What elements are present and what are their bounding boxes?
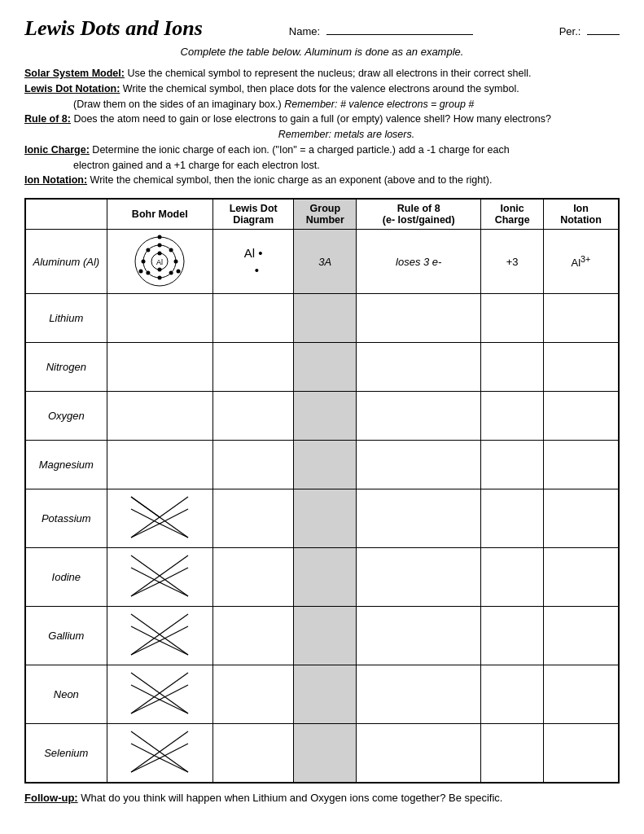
svg-line-39 — [160, 626, 188, 641]
notation-selenium — [544, 724, 619, 783]
col-header-ionic: IonicCharge — [481, 200, 544, 230]
lewis-gallium — [212, 607, 294, 665]
ionic-aluminum: +3 — [481, 230, 544, 294]
svg-line-57 — [160, 758, 188, 772]
per-field: Per.: — [559, 25, 620, 37]
svg-line-31 — [160, 568, 188, 582]
ionic-neon — [481, 665, 544, 724]
svg-line-38 — [131, 626, 160, 641]
svg-line-45 — [160, 693, 188, 713]
svg-point-7 — [158, 276, 162, 280]
lewis-magnesium — [212, 441, 294, 489]
svg-line-55 — [160, 744, 188, 758]
table-row: Selenium — [26, 724, 619, 783]
svg-line-24 — [131, 524, 160, 538]
svg-line-23 — [160, 509, 188, 524]
svg-line-52 — [131, 752, 160, 772]
element-iodine: Iodine — [26, 548, 107, 607]
instruction-notation: Ion Notation: Write the chemical symbol,… — [24, 173, 620, 188]
svg-line-22 — [131, 509, 160, 524]
svg-point-6 — [158, 244, 162, 248]
main-table: Bohr Model Lewis DotDiagram GroupNumber … — [24, 198, 620, 784]
bohr-nitrogen — [107, 343, 212, 392]
table-row: Magnesium — [26, 441, 619, 489]
lewis-oxygen — [212, 392, 294, 441]
svg-line-44 — [131, 693, 160, 713]
rule-iodine — [357, 548, 481, 607]
svg-line-19 — [131, 517, 160, 538]
bohr-oxygen — [107, 392, 212, 441]
lewis-iodine — [212, 548, 294, 607]
group-magnesium — [294, 441, 357, 489]
element-magnesium: Magnesium — [26, 441, 107, 489]
ionic-potassium — [481, 489, 544, 548]
svg-line-43 — [160, 673, 188, 693]
group-potassium — [294, 489, 357, 548]
col-header-notation: IonNotation — [544, 200, 619, 230]
rule-oxygen — [357, 392, 481, 441]
svg-point-11 — [147, 248, 151, 252]
svg-point-13 — [169, 271, 173, 275]
svg-line-25 — [160, 524, 188, 538]
svg-line-35 — [160, 614, 188, 634]
element-neon: Neon — [26, 665, 107, 724]
lewis-lithium — [212, 294, 294, 343]
element-gallium: Gallium — [26, 607, 107, 665]
svg-line-34 — [131, 614, 160, 634]
notation-potassium — [544, 489, 619, 548]
element-potassium: Potassium — [26, 489, 107, 548]
bohr-iodine — [107, 548, 212, 607]
rule-selenium — [357, 724, 481, 783]
instruction-rule8: Rule of 8: Does the atom need to gain or… — [24, 112, 620, 143]
rule-nitrogen — [357, 343, 481, 392]
col-header-element — [26, 200, 107, 230]
svg-line-42 — [131, 673, 160, 693]
svg-line-30 — [131, 568, 160, 582]
rule-gallium — [357, 607, 481, 665]
svg-point-15 — [177, 270, 181, 274]
ionic-nitrogen — [481, 343, 544, 392]
page-header: Lewis Dots and Ions Name: Per.: — [24, 16, 620, 41]
svg-point-14 — [158, 235, 162, 239]
rule-aluminum: loses 3 e- — [357, 230, 481, 294]
followup: Follow-up: What do you think will happen… — [24, 792, 620, 804]
svg-line-46 — [131, 685, 160, 700]
instruction-ionic: Ionic Charge: Determine the ionic charge… — [24, 143, 620, 173]
notation-aluminum: Al3+ — [544, 230, 619, 294]
svg-line-50 — [131, 731, 160, 752]
notation-nitrogen — [544, 343, 619, 392]
col-header-rule: Rule of 8(e- lost/gained) — [357, 200, 481, 230]
svg-line-49 — [160, 700, 188, 713]
group-neon — [294, 665, 357, 724]
svg-line-20 — [160, 517, 188, 538]
rule-lithium — [357, 294, 481, 343]
svg-line-26 — [131, 555, 160, 576]
table-row: Oxygen — [26, 392, 619, 441]
notation-neon — [544, 665, 619, 724]
col-header-lewis: Lewis DotDiagram — [212, 200, 294, 230]
group-oxygen — [294, 392, 357, 441]
bohr-selenium — [107, 724, 212, 783]
lewis-neon — [212, 665, 294, 724]
svg-point-9 — [174, 260, 178, 264]
svg-line-56 — [131, 758, 160, 772]
lewis-selenium — [212, 724, 294, 783]
ionic-selenium — [481, 724, 544, 783]
svg-point-12 — [147, 271, 151, 275]
ionic-gallium — [481, 607, 544, 665]
svg-line-40 — [131, 641, 160, 655]
instructions: Solar System Model: Use the chemical sym… — [24, 66, 620, 188]
svg-line-37 — [160, 634, 188, 655]
ionic-magnesium — [481, 441, 544, 489]
table-header-row: Bohr Model Lewis DotDiagram GroupNumber … — [26, 200, 619, 230]
notation-oxygen — [544, 392, 619, 441]
group-selenium — [294, 724, 357, 783]
svg-line-53 — [160, 752, 188, 772]
notation-iodine — [544, 548, 619, 607]
ionic-oxygen — [481, 392, 544, 441]
notation-lithium — [544, 294, 619, 343]
group-iodine — [294, 548, 357, 607]
table-row: Lithium — [26, 294, 619, 343]
bohr-magnesium — [107, 441, 212, 489]
svg-line-47 — [160, 685, 188, 700]
